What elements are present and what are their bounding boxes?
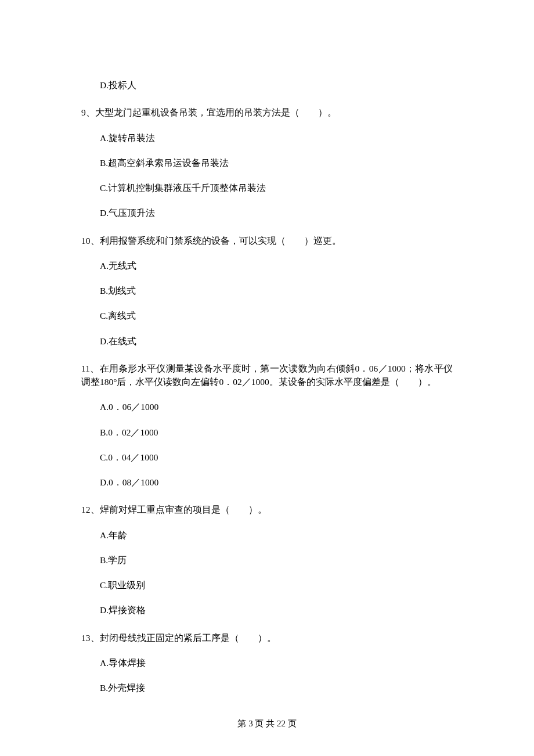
- q10-option-d: D.在线式: [81, 334, 453, 348]
- page-content: D.投标人 9、大型龙门起重机设备吊装，宜选用的吊装方法是（ ）。 A.旋转吊装…: [0, 0, 534, 694]
- q9-option-d: D.气压顶升法: [81, 206, 453, 219]
- page-footer: 第 3 页 共 22 页: [0, 717, 534, 730]
- q10-option-c: C.离线式: [81, 309, 453, 322]
- question-13: 13、封闭母线找正固定的紧后工序是（ ）。: [81, 631, 453, 645]
- q11-option-b: B.0．02／1000: [81, 426, 453, 439]
- q10-option-b: B.划线式: [81, 284, 453, 297]
- q10-option-a: A.无线式: [81, 259, 453, 272]
- q12-option-d: D.焊接资格: [81, 603, 453, 617]
- q13-option-b: B.外壳焊接: [81, 681, 453, 694]
- question-9: 9、大型龙门起重机设备吊装，宜选用的吊装方法是（ ）。: [81, 106, 453, 119]
- q9-option-a: A.旋转吊装法: [81, 131, 453, 145]
- q13-option-a: A.导体焊接: [81, 656, 453, 669]
- q12-option-b: B.学历: [81, 553, 453, 567]
- q12-option-c: C.职业级别: [81, 578, 453, 592]
- question-12: 12、焊前对焊工重点审查的项目是（ ）。: [81, 503, 453, 516]
- question-10: 10、利用报警系统和门禁系统的设备，可以实现（ ）巡更。: [81, 234, 453, 247]
- q8-option-d: D.投标人: [81, 78, 453, 92]
- q9-option-c: C.计算机控制集群液压千斤顶整体吊装法: [81, 181, 453, 195]
- q9-option-b: B.超高空斜承索吊运设备吊装法: [81, 156, 453, 170]
- question-11: 11、在用条形水平仪测量某设备水平度时，第一次读数为向右倾斜0．06／1000；…: [81, 362, 453, 389]
- q11-option-c: C.0．04／1000: [81, 451, 453, 464]
- q11-option-d: D.0．08／1000: [81, 476, 453, 489]
- q11-option-a: A.0．06／1000: [81, 400, 453, 413]
- q12-option-a: A.年龄: [81, 528, 453, 542]
